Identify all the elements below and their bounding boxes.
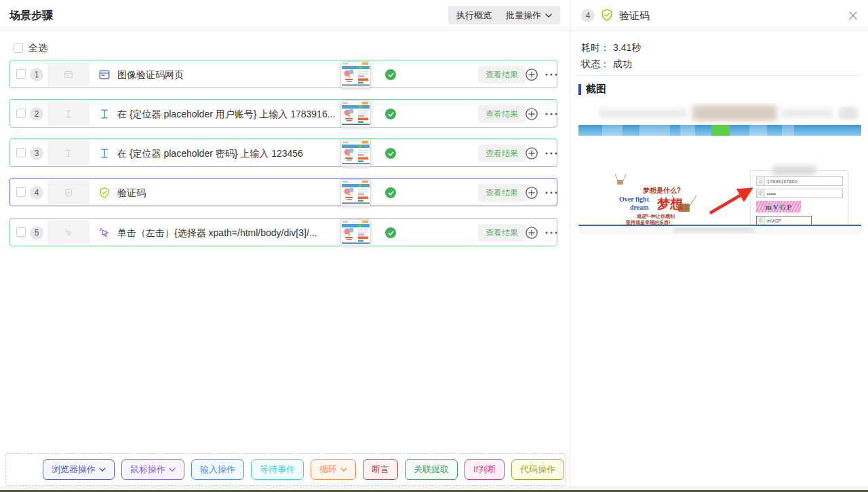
window-bottom-strip: [0, 486, 868, 492]
captcha-input-value: mVGP: [765, 219, 781, 223]
step-number-badge: 5: [30, 226, 43, 240]
blur-blob: [673, 227, 755, 233]
screenshot-password-field: ⚿ •••••: [756, 189, 843, 198]
step-drag-placeholder[interactable]: [47, 181, 90, 204]
duration-value: 3.41秒: [613, 42, 641, 54]
toolbar-extract-button[interactable]: 关联提取: [405, 459, 458, 480]
add-step-icon[interactable]: [525, 186, 538, 200]
duration-line: 耗时： 3.41秒: [581, 42, 641, 54]
step-checkbox[interactable]: [16, 148, 26, 157]
more-actions-icon[interactable]: [545, 151, 558, 156]
toolbar-if-button[interactable]: If判断: [465, 459, 505, 480]
nav-segment: [749, 125, 767, 136]
step-number-badge: 1: [30, 68, 43, 81]
add-step-icon[interactable]: [525, 147, 538, 160]
step-drag-placeholder[interactable]: [47, 102, 90, 126]
step-row-1[interactable]: 1 图像验证码网页 查看结果: [9, 60, 557, 88]
more-actions-icon[interactable]: [545, 111, 558, 117]
slogan-question: 梦想是什么?: [643, 186, 681, 195]
more-actions-icon[interactable]: [545, 190, 558, 195]
text-input-icon-faint: [64, 149, 73, 158]
nav-segment: [782, 125, 794, 136]
step-text: 在 {定位器 placeholder 密码} 上输入 123456: [117, 139, 303, 168]
add-step-icon[interactable]: [525, 68, 538, 81]
step-checkbox[interactable]: [16, 109, 26, 118]
more-actions-icon[interactable]: [545, 230, 558, 235]
step-checkbox[interactable]: [16, 69, 26, 79]
view-result-button[interactable]: 查看结果: [478, 66, 526, 83]
left-panel-header: 场景步骤 执行概览 批量操作: [0, 0, 570, 31]
webpage-icon: [98, 69, 111, 81]
text-input-icon-faint: [64, 109, 73, 119]
step-checkbox[interactable]: [16, 187, 26, 197]
status-line: 状态： 成功: [581, 58, 632, 71]
add-step-icon[interactable]: [525, 226, 538, 240]
close-icon[interactable]: [848, 10, 859, 21]
captcha-letter: V: [773, 203, 778, 211]
status-value: 成功: [613, 58, 632, 71]
screenshot-username-field: ☺ 17839167860: [756, 176, 843, 186]
text-input-icon: [98, 108, 111, 120]
toolbar-assert-button[interactable]: 断言: [363, 459, 398, 480]
success-icon: [385, 69, 396, 80]
step-screenshot-thumbnail[interactable]: [340, 179, 371, 206]
slogan-en-1: Over fight: [619, 195, 649, 203]
screenshot-captcha-field: ⚿ mVGP: [756, 216, 812, 225]
view-result-button[interactable]: 查看结果: [478, 224, 526, 242]
nav-segment: [639, 125, 670, 136]
toolbar-button-label: 等待事件: [260, 463, 295, 476]
add-step-icon[interactable]: [525, 107, 538, 121]
step-screenshot-thumbnail[interactable]: [340, 140, 371, 167]
chevron-down-icon: [169, 468, 176, 472]
step-row-5[interactable]: 5 单击（左击）{选择器 xpath=/html/body/div[3]/...…: [9, 218, 557, 246]
slogan-big: 梦想: [657, 195, 683, 213]
step-drag-placeholder[interactable]: [47, 62, 90, 86]
step-text: 图像验证码网页: [117, 60, 184, 89]
execution-overview-button[interactable]: 执行概览: [448, 6, 500, 24]
toolbar-browser-ops-button[interactable]: 浏览器操作: [43, 459, 115, 480]
shield-check-icon-faint: [64, 188, 73, 197]
view-result-button[interactable]: 查看结果: [478, 105, 526, 123]
password-value: •••••: [765, 191, 776, 196]
step-row-2[interactable]: 2 在 {定位器 placeholder 用户账号} 上输入 1783916..…: [9, 99, 557, 128]
shield-check-icon: [600, 8, 614, 22]
page-title: 场景步骤: [9, 9, 53, 23]
toolbar-wait-event-button[interactable]: 等待事件: [251, 459, 304, 480]
toolbar-input-ops-button[interactable]: 输入操作: [191, 459, 244, 480]
nav-segment-active: [711, 125, 730, 136]
toolbar-button-label: 输入操作: [200, 463, 235, 476]
screenshot-captcha-image: m V G P: [756, 201, 801, 212]
select-all-checkbox[interactable]: [14, 43, 23, 53]
step-drag-placeholder[interactable]: [47, 141, 90, 165]
toolbar-button-label: 浏览器操作: [52, 463, 96, 476]
batch-operations-button[interactable]: 批量操作: [498, 6, 560, 24]
step-text: 验证码: [117, 178, 146, 207]
step-screenshot-thumbnail[interactable]: [340, 219, 371, 246]
step-screenshot-thumbnail[interactable]: [340, 100, 371, 128]
result-screenshot: 梦想是什么? Over fight dream 梦想 就是一种让你感到 坚持就是…: [578, 103, 861, 234]
step-row-4-selected[interactable]: 4 验证码 查看结果: [9, 178, 557, 206]
toolbar-loop-button[interactable]: 循环: [311, 459, 356, 480]
toolbar-code-ops-button[interactable]: 代码操作: [511, 459, 564, 480]
toolbar-mouse-ops-button[interactable]: 鼠标操作: [121, 459, 184, 480]
captcha-letter: G: [780, 203, 786, 211]
blur-blob: [599, 109, 687, 118]
toolbar-button-label: 循环: [319, 463, 337, 476]
screenshot-navbar: [578, 125, 861, 136]
step-row-3[interactable]: 3 在 {定位器 placeholder 密码} 上输入 123456 查看结果: [9, 138, 557, 167]
screenshot-section-label: 截图: [586, 83, 606, 96]
detail-divider: [578, 75, 860, 76]
text-input-icon: [98, 147, 111, 159]
view-result-button[interactable]: 查看结果: [478, 145, 526, 162]
step-drag-placeholder[interactable]: [47, 221, 90, 244]
step-screenshot-thumbnail[interactable]: [340, 61, 371, 88]
duration-label: 耗时：: [581, 42, 610, 54]
select-all-row: 全选: [14, 42, 47, 54]
status-label: 状态：: [581, 58, 610, 71]
nav-segment: [680, 125, 695, 136]
toolbar-button-label: 断言: [372, 463, 389, 476]
more-actions-icon[interactable]: [545, 72, 558, 77]
webpage-icon-faint: [64, 70, 73, 79]
view-result-button[interactable]: 查看结果: [478, 184, 526, 202]
step-checkbox[interactable]: [16, 227, 26, 237]
